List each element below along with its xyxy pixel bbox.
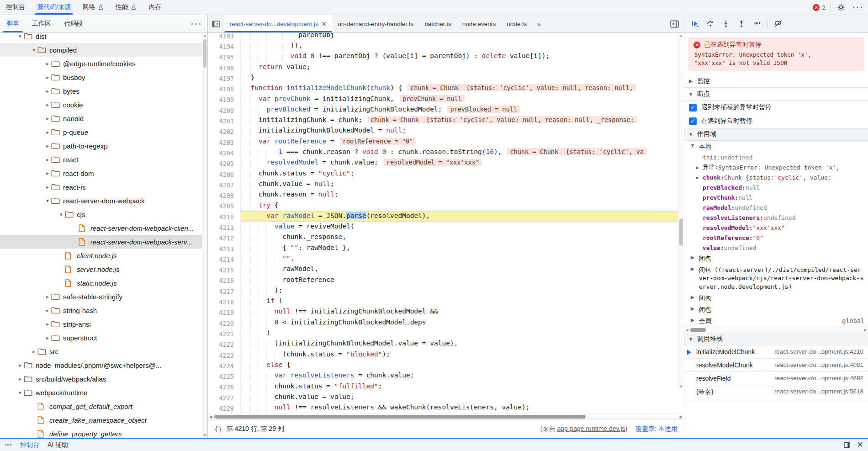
tree-item[interactable]: create_fake_namespace_object [0, 413, 207, 427]
tree-item[interactable]: ▸react [0, 153, 207, 166]
expand-arrow-icon[interactable]: ▸ [44, 308, 51, 313]
drawer-tab-console[interactable]: 控制台 [20, 441, 39, 449]
editor-tab-4[interactable]: node:fs [501, 15, 532, 32]
tree-item[interactable]: client.node.js [0, 249, 207, 262]
main-tab-sources[interactable]: 源代码/来源 [31, 0, 77, 15]
code-line[interactable]: 4221 ) [208, 329, 684, 339]
expand-arrow-icon[interactable]: ▾ [16, 390, 24, 396]
call-stack-frame[interactable]: initializeModelChunkreact-server-do...op… [684, 345, 868, 359]
tree-item[interactable]: compat_get_default_export [0, 399, 207, 413]
code-line[interactable]: 4213 { "": rawModel }, [208, 244, 684, 254]
line-number[interactable]: 4198 [208, 84, 241, 94]
expand-arrow-icon[interactable]: ▶ [689, 266, 696, 272]
line-number[interactable]: 4227 [208, 393, 241, 403]
code-line[interactable]: 4219 null !== initializingChunkBlockedMo… [208, 308, 684, 318]
code-line[interactable]: 4217 ); [208, 286, 684, 297]
code-line[interactable]: 4225 var resolveListeners = chunk.value; [208, 371, 684, 382]
line-number[interactable]: 4193 [208, 33, 241, 41]
line-number[interactable]: 4199 [208, 95, 241, 105]
tree-item[interactable]: ▸p-queue [0, 125, 207, 139]
scope-group[interactable]: ▶闭包 [684, 292, 868, 304]
sidebar-tab-scripts[interactable]: 脚本 [0, 15, 26, 32]
more-options-icon[interactable] [852, 1, 863, 13]
main-tab-console[interactable]: 控制台 [0, 0, 31, 15]
expand-arrow-icon[interactable]: ▸ [44, 321, 51, 327]
breakpoint-option[interactable]: ✓遇到未捕获的异常时暂停 [684, 101, 868, 114]
line-number[interactable]: 4202 [208, 127, 241, 137]
expand-arrow-icon[interactable]: ▶ [689, 294, 696, 300]
tree-item[interactable]: ▸cookie [0, 98, 207, 111]
step-into-icon[interactable] [719, 17, 733, 30]
scope-hscrollbar[interactable]: ◀▶ [684, 327, 868, 333]
code-line[interactable]: 4204 -1 === chunk.reason ? void 0 : chun… [208, 148, 684, 158]
breakpoints-section-header[interactable]: ▼断点 [684, 88, 868, 101]
sidebar-tab-snippets[interactable]: 代码段 [58, 15, 90, 32]
code-line[interactable]: 4209 try { [208, 201, 684, 212]
tree-item[interactable]: ▸strip-ansi [0, 317, 207, 331]
expand-arrow-icon[interactable]: ▸ [44, 143, 51, 149]
tree-item[interactable]: ▾compiled [0, 43, 207, 57]
tree-item[interactable]: ▸busboy [0, 70, 207, 84]
code-line[interactable]: 4206 chunk.status = "cyclic"; [208, 169, 684, 180]
scope-variable[interactable]: prevBlocked: null [684, 182, 868, 192]
code-line[interactable]: 4203 var rootReference =rootReference = … [208, 137, 684, 148]
callstack-section-header[interactable]: ▼调用堆栈 [684, 333, 868, 345]
code-line[interactable]: 4227 chunk.value = value; [208, 393, 684, 403]
sidebar-scrollbar[interactable]: ▲ ▼ [202, 33, 207, 438]
scope-group[interactable]: ▶闭包 [684, 253, 868, 264]
code-line[interactable]: 4223 (chunk.status = "blocked"); [208, 350, 684, 361]
resume-icon[interactable] [688, 17, 702, 30]
tree-item[interactable]: ▸nanoid [0, 111, 207, 125]
main-tab-memory[interactable]: 内存 [143, 0, 167, 15]
coverage-status[interactable]: 覆盖率: 不适用 [635, 425, 677, 433]
expand-arrow-icon[interactable]: ▸ [44, 335, 51, 341]
line-number[interactable]: 4203 [208, 137, 241, 148]
tree-item[interactable]: ▸safe-stable-stringify [0, 290, 207, 303]
line-number[interactable]: 4228 [208, 403, 241, 414]
call-stack-frame[interactable]: (匿名)react-server-do...opment.js:5618 [684, 385, 868, 399]
line-number[interactable]: 4212 [208, 233, 241, 244]
line-number[interactable]: 4217 [208, 286, 241, 297]
step-out-icon[interactable] [735, 17, 748, 30]
line-number[interactable]: 4196 [208, 63, 241, 73]
code-line[interactable]: 4198 function initializeModelChunk(chunk… [208, 84, 684, 94]
step-icon[interactable] [750, 17, 764, 30]
line-number[interactable]: 4200 [208, 105, 241, 116]
scroll-right-icon[interactable]: ▶ [678, 414, 684, 419]
expand-arrow-icon[interactable]: ▸ [44, 102, 51, 108]
drawer-tab-ai-assist[interactable]: AI 辅助 [48, 441, 68, 449]
expand-arrow-icon[interactable]: ▶ [689, 255, 696, 260]
line-number[interactable]: 4225 [208, 371, 241, 382]
line-number[interactable]: 4215 [208, 265, 241, 276]
code-line[interactable]: 4197 } [208, 73, 684, 84]
line-number[interactable]: 4195 [208, 52, 241, 63]
editor-tab-2[interactable]: batcher.ts [419, 15, 457, 32]
step-over-icon[interactable] [704, 17, 717, 30]
scroll-left-icon[interactable]: ◀ [208, 414, 213, 419]
tree-item[interactable]: ▸superstruct [0, 331, 207, 345]
line-number[interactable]: 4214 [208, 254, 241, 265]
line-number[interactable]: 4194 [208, 41, 241, 52]
editor-tab-3[interactable]: node:events [457, 15, 502, 32]
close-tab-icon[interactable]: ✕ [322, 20, 327, 27]
scope-variable[interactable]: resolvedModel: "xxx'xxx" [684, 223, 868, 233]
editor-tab-1[interactable]: on-demand-entry-handler.ts [332, 15, 419, 32]
code-line[interactable]: 4215 rawModel, [208, 265, 684, 276]
drawer-more-icon[interactable] [5, 439, 12, 451]
line-number[interactable]: 4220 [208, 318, 241, 329]
tree-item[interactable]: ▾dist [0, 33, 207, 43]
code-line[interactable]: 4193 parentObj [208, 33, 684, 41]
tree-item[interactable]: ▾cjs [0, 207, 207, 221]
tree-item[interactable]: define_property_getters [0, 427, 207, 438]
scroll-down-icon[interactable]: ▼ [202, 432, 207, 438]
tree-item[interactable]: react-server-dom-webpack-clien... [0, 221, 207, 235]
code-line[interactable]: 4200 prevBlocked = initializingChunkBloc… [208, 105, 684, 116]
code-line[interactable]: 4222 (initializingChunkBlockedModel.valu… [208, 340, 684, 350]
expand-arrow-icon[interactable]: ▸ [16, 362, 24, 368]
format-pretty-print-icon[interactable]: {} [214, 425, 222, 433]
checkbox-checked-icon[interactable]: ✓ [689, 104, 697, 111]
tree-item[interactable]: ▸bytes [0, 84, 207, 98]
editor-vscrollbar[interactable]: ▲ ▼ [678, 33, 684, 389]
expand-arrow-icon[interactable]: ▶ [689, 317, 696, 323]
line-number[interactable]: 4207 [208, 180, 241, 190]
